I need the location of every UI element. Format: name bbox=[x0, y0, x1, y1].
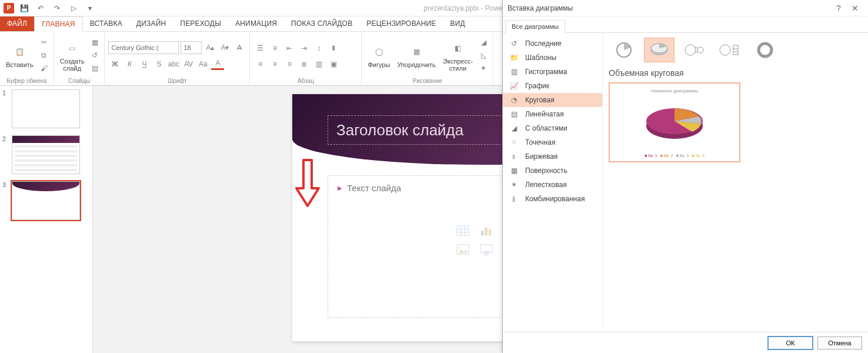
quick-styles-button[interactable]: ◧ Экспресс- стили bbox=[440, 38, 475, 73]
increase-indent-icon[interactable]: ⇥ bbox=[298, 42, 311, 54]
new-slide-icon: ▭ bbox=[63, 39, 82, 58]
columns-icon[interactable]: ▥ bbox=[312, 58, 325, 70]
shape-outline-icon[interactable]: ◺ bbox=[478, 49, 489, 61]
cat-column[interactable]: ▥Гистограмма bbox=[503, 65, 602, 79]
tab-home[interactable]: ГЛАВНАЯ bbox=[34, 16, 82, 32]
text-direction-icon[interactable]: ⬍ bbox=[327, 42, 340, 54]
subtype-pie-of-pie[interactable] bbox=[679, 38, 710, 62]
bullets-icon[interactable]: ☰ bbox=[253, 42, 266, 54]
cat-bar[interactable]: ▤Линейчатая bbox=[503, 107, 602, 121]
grow-font-icon[interactable]: A▴ bbox=[203, 42, 216, 54]
line-spacing-icon[interactable]: ↕ bbox=[312, 42, 325, 54]
italic-icon[interactable]: К bbox=[123, 58, 136, 70]
cat-label: Поверхность bbox=[525, 166, 567, 175]
paste-label: Вставить bbox=[6, 61, 34, 68]
align-left-icon[interactable]: ≡ bbox=[253, 58, 266, 70]
qat-customize-icon[interactable]: ▾ bbox=[84, 2, 96, 15]
smartart-icon[interactable]: ▣ bbox=[327, 58, 340, 70]
align-right-icon[interactable]: ≡ bbox=[283, 58, 296, 70]
subtype-bar-of-pie[interactable] bbox=[715, 38, 745, 62]
legend-item: Кв. 1 bbox=[645, 154, 657, 158]
close-icon[interactable]: ✕ bbox=[847, 0, 863, 16]
clear-format-icon[interactable]: A̶ bbox=[233, 42, 246, 54]
insert-online-picture-icon[interactable] bbox=[478, 242, 495, 257]
undo-icon[interactable]: ↶ bbox=[34, 2, 47, 15]
tab-design[interactable]: ДИЗАЙН bbox=[129, 16, 173, 31]
cat-stock[interactable]: ⫾Биржевая bbox=[503, 149, 602, 164]
insert-table-icon[interactable] bbox=[454, 223, 472, 238]
slide-thumbnails[interactable]: 1 2 3 bbox=[0, 86, 93, 353]
case-icon[interactable]: Aa bbox=[196, 58, 209, 70]
tab-animation[interactable]: АНИМАЦИЯ bbox=[228, 16, 284, 31]
chart-subtype-pane: Объемная круговая Название диаграммы Кв.… bbox=[603, 33, 868, 332]
cat-scatter[interactable]: ⁘Точечная bbox=[503, 135, 602, 149]
subtype-doughnut[interactable] bbox=[750, 38, 780, 62]
save-icon[interactable]: 💾 bbox=[18, 2, 31, 15]
decrease-indent-icon[interactable]: ⇤ bbox=[283, 42, 296, 54]
cancel-button[interactable]: Отмена bbox=[817, 337, 862, 349]
group-paragraph: ☰ ≡ ⇤ ⇥ ↕ ⬍ ≡ ≡ ≡ ≣ ▥ ▣ Абзац bbox=[250, 32, 362, 85]
cat-combo[interactable]: ⫿Комбинированная bbox=[503, 192, 602, 206]
tab-file[interactable]: ФАЙЛ bbox=[0, 16, 34, 31]
shadow-icon[interactable]: S bbox=[152, 58, 165, 70]
pie-chart-icon: ◔ bbox=[509, 95, 519, 105]
underline-icon[interactable]: Ч bbox=[138, 58, 151, 70]
help-icon[interactable]: ? bbox=[830, 0, 847, 16]
bold-icon[interactable]: Ж bbox=[108, 58, 121, 70]
section-icon[interactable]: ▤ bbox=[89, 62, 101, 74]
font-name-combo[interactable]: Century Gothic ( bbox=[108, 41, 179, 54]
redo-icon[interactable]: ↷ bbox=[51, 2, 64, 15]
thumb-1[interactable]: 1 bbox=[0, 86, 92, 132]
numbering-icon[interactable]: ≡ bbox=[268, 42, 281, 54]
paste-button[interactable]: 📋 Вставить bbox=[4, 41, 36, 69]
cat-pie[interactable]: ◔Круговая bbox=[503, 93, 602, 107]
preview-pie-3d-icon bbox=[633, 99, 716, 146]
subtype-pie-3d[interactable] bbox=[644, 38, 675, 62]
align-center-icon[interactable]: ≡ bbox=[268, 58, 281, 70]
area-chart-icon: ◢ bbox=[509, 124, 519, 133]
subtype-pie-2d[interactable] bbox=[609, 38, 639, 62]
font-size-combo[interactable]: 18 bbox=[181, 41, 202, 54]
shapes-button[interactable]: ◯ Фигуры bbox=[365, 41, 392, 69]
insert-chart-icon[interactable] bbox=[478, 223, 495, 238]
cat-area[interactable]: ◢С областями bbox=[503, 121, 602, 135]
cat-surface[interactable]: ▦Поверхность bbox=[503, 164, 602, 178]
new-slide-button[interactable]: ▭ Создать слайд bbox=[58, 38, 87, 73]
chart-preview[interactable]: Название диаграммы Кв. 1 Кв. 2 Кв. 3 Кв.… bbox=[609, 82, 740, 162]
font-color-icon[interactable]: A bbox=[211, 58, 224, 70]
shrink-font-icon[interactable]: A▾ bbox=[218, 42, 231, 54]
cat-line[interactable]: 📈График bbox=[503, 79, 602, 93]
cat-radar[interactable]: ✶Лепестковая bbox=[503, 178, 602, 192]
justify-icon[interactable]: ≣ bbox=[298, 58, 311, 70]
thumb-3[interactable]: 3 bbox=[0, 178, 92, 224]
dialog-tab-all[interactable]: Все диаграммы bbox=[505, 20, 565, 33]
insert-picture-icon[interactable] bbox=[454, 242, 472, 257]
quick-access-toolbar: P 💾 ↶ ↷ ▷ ▾ bbox=[0, 2, 100, 15]
cat-label: Последние bbox=[525, 39, 562, 48]
start-slideshow-icon[interactable]: ▷ bbox=[67, 2, 80, 15]
ok-button[interactable]: ОК bbox=[768, 337, 813, 349]
shape-fill-icon[interactable]: ◢ bbox=[478, 36, 489, 48]
reset-icon[interactable]: ↺ bbox=[89, 49, 101, 61]
group-drawing: ◯ Фигуры ▦ Упорядочить ◧ Экспресс- стили… bbox=[362, 32, 493, 85]
tab-transitions[interactable]: ПЕРЕХОДЫ bbox=[173, 16, 228, 31]
format-painter-icon[interactable]: 🖌 bbox=[38, 62, 50, 74]
shape-effects-icon[interactable]: ✦ bbox=[478, 62, 489, 74]
tab-slideshow[interactable]: ПОКАЗ СЛАЙДОВ bbox=[284, 16, 359, 31]
arrange-button[interactable]: ▦ Упорядочить bbox=[395, 41, 438, 69]
tab-review[interactable]: РЕЦЕНЗИРОВАНИЕ bbox=[359, 16, 443, 31]
cut-icon[interactable]: ✂ bbox=[38, 36, 50, 48]
cat-label: Шаблоны bbox=[525, 54, 556, 62]
thumb-2[interactable]: 2 bbox=[0, 132, 92, 178]
tab-view[interactable]: ВИД bbox=[443, 16, 472, 31]
tab-insert[interactable]: ВСТАВКА bbox=[83, 16, 129, 31]
stock-chart-icon: ⫾ bbox=[509, 152, 519, 161]
copy-icon[interactable]: ⧉ bbox=[38, 49, 50, 61]
layout-icon[interactable]: ▦ bbox=[89, 36, 101, 48]
svg-rect-6 bbox=[485, 228, 488, 236]
strike-icon[interactable]: abc bbox=[167, 58, 180, 70]
spacing-icon[interactable]: AV bbox=[182, 58, 195, 70]
cat-templates[interactable]: 📁Шаблоны bbox=[503, 51, 602, 65]
legend-item: Кв. 2 bbox=[660, 154, 673, 158]
cat-recent[interactable]: ↺Последние bbox=[503, 36, 602, 51]
